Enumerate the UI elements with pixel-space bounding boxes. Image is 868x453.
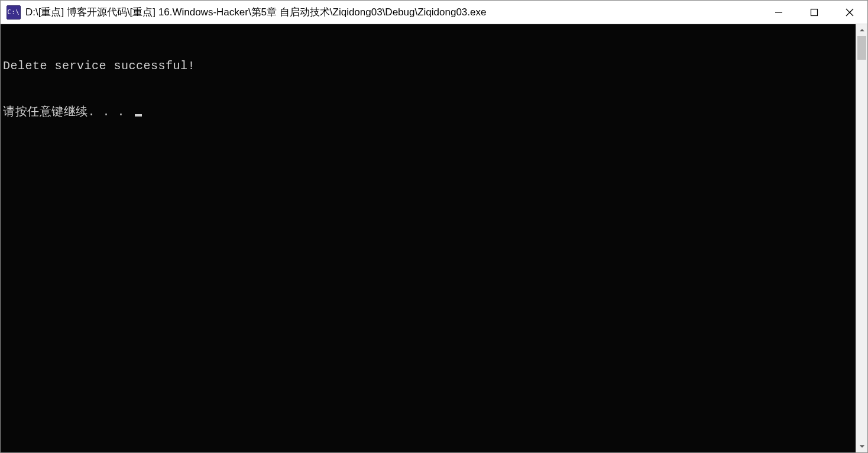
svg-rect-1 <box>811 9 818 15</box>
window-controls <box>761 1 867 24</box>
console-line-text: 请按任意键继续. . . <box>3 105 132 119</box>
chevron-up-icon <box>859 27 865 33</box>
scroll-thumb[interactable] <box>857 36 866 60</box>
scroll-down-button[interactable] <box>856 441 867 452</box>
scroll-up-button[interactable] <box>856 24 867 36</box>
minimize-button[interactable] <box>761 1 796 24</box>
maximize-icon <box>810 8 818 17</box>
console-output[interactable]: Delete service successful! 请按任意键继续. . . <box>1 24 856 452</box>
console-window: C:\ D:\[重点] 博客开源代码\[重点] 16.Windows-Hacke… <box>0 0 868 453</box>
console-line: 请按任意键继续. . . <box>3 105 853 120</box>
minimize-icon <box>775 8 783 17</box>
chevron-down-icon <box>859 444 865 449</box>
close-button[interactable] <box>832 1 867 24</box>
titlebar[interactable]: C:\ D:\[重点] 博客开源代码\[重点] 16.Windows-Hacke… <box>1 1 867 24</box>
vertical-scrollbar[interactable] <box>856 24 867 452</box>
window-title: D:\[重点] 博客开源代码\[重点] 16.Windows-Hacker\第5… <box>25 5 486 19</box>
maximize-button[interactable] <box>796 1 832 24</box>
app-icon: C:\ <box>7 5 21 20</box>
scroll-track[interactable] <box>856 36 867 441</box>
client-area: Delete service successful! 请按任意键继续. . . <box>1 24 867 452</box>
text-cursor <box>135 114 142 117</box>
app-icon-label: C:\ <box>7 9 20 15</box>
console-line: Delete service successful! <box>3 59 853 74</box>
close-icon <box>846 8 854 17</box>
